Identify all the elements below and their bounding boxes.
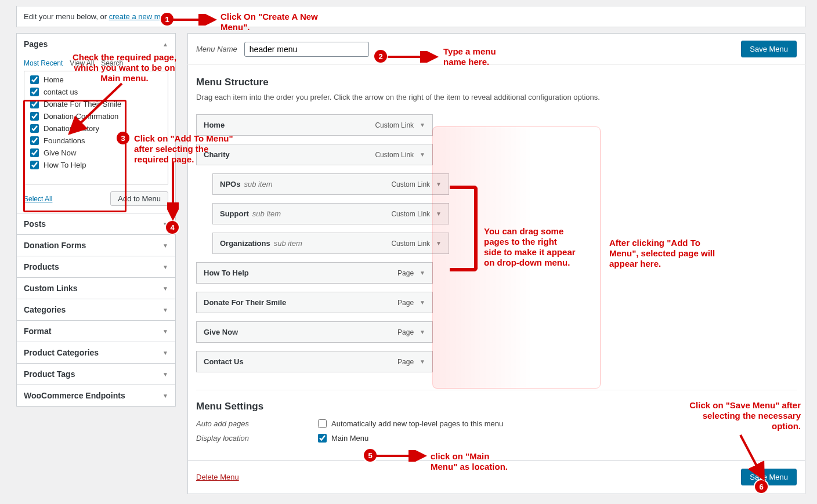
tab-search[interactable]: Search xyxy=(101,59,123,67)
menu-item-title: Support xyxy=(220,209,249,218)
page-checkbox-label: Home xyxy=(44,75,64,84)
sidebar-panel[interactable]: Donation Forms▼ xyxy=(16,234,176,256)
sidebar-panel-header[interactable]: Donation Forms▼ xyxy=(17,235,175,256)
menu-structure-body: Menu Structure Drag each item into the o… xyxy=(187,65,805,461)
save-menu-button-top[interactable]: Save Menu xyxy=(741,41,797,57)
menu-item-title: NPOs xyxy=(220,180,240,188)
main-menu-checkbox[interactable] xyxy=(318,434,327,443)
tab-view-all[interactable]: View All xyxy=(70,59,94,67)
page-checkbox-label: contact us xyxy=(44,88,78,96)
sidebar-panel-title: Format xyxy=(24,327,51,336)
menu-item-type: Page xyxy=(397,299,414,307)
menu-item[interactable]: Organizationssub itemCustom Link▼ xyxy=(212,233,449,254)
caret-down-icon: ▼ xyxy=(162,221,168,227)
menu-item[interactable]: How To HelpPage▼ xyxy=(196,262,433,284)
menu-item[interactable]: CharityCustom Link▼ xyxy=(196,144,433,165)
create-new-menu-link[interactable]: create a new menu xyxy=(109,12,173,21)
caret-down-icon: ▼ xyxy=(162,242,168,249)
menu-item-toggle-icon[interactable]: ▼ xyxy=(420,358,425,365)
sidebar-panel-header[interactable]: Custom Links▼ xyxy=(17,278,175,299)
menu-item[interactable]: Supportsub itemCustom Link▼ xyxy=(212,203,449,224)
page-checkbox-item[interactable]: Donation History xyxy=(24,122,168,135)
pages-list-actions: Select All Add to Menu xyxy=(24,191,168,206)
menu-item[interactable]: NPOssub itemCustom Link▼ xyxy=(212,173,449,195)
menu-item-toggle-icon[interactable]: ▼ xyxy=(436,240,442,246)
menu-item-title: How To Help xyxy=(204,269,249,277)
menu-name-input[interactable] xyxy=(244,42,369,57)
sidebar-panel[interactable]: Custom Links▼ xyxy=(16,277,176,299)
caret-down-icon: ▼ xyxy=(162,328,168,335)
page-checkbox-item[interactable]: Give Now xyxy=(24,147,168,159)
menu-item-toggle-icon[interactable]: ▼ xyxy=(436,181,442,187)
menu-item[interactable]: Give NowPage▼ xyxy=(196,321,433,343)
edit-menu-prefix: Edit your menu below, or xyxy=(24,12,109,21)
caret-down-icon: ▼ xyxy=(162,371,168,378)
save-menu-button-bottom[interactable]: Save Menu xyxy=(741,469,797,485)
sidebar-panel[interactable]: Posts▼ xyxy=(16,213,176,235)
menu-item[interactable]: Contact UsPage▼ xyxy=(196,351,433,372)
page-checkbox-item[interactable]: contact us xyxy=(24,86,168,98)
menu-item-type: Custom Link xyxy=(391,210,430,218)
sidebar-panel[interactable]: Product Categories▼ xyxy=(16,342,176,364)
menu-item-type: Page xyxy=(397,328,414,336)
page-checkbox-label: Donate For Their Smile xyxy=(44,100,121,108)
menu-item-toggle-icon[interactable]: ▼ xyxy=(420,299,425,306)
menu-item-toggle-icon[interactable]: ▼ xyxy=(420,122,425,128)
sidebar-panel-header[interactable]: Posts▼ xyxy=(17,213,175,234)
page-checkbox-item[interactable]: How To Help xyxy=(24,159,168,171)
display-location-text: Main Menu xyxy=(331,434,368,443)
menu-footer: Delete Menu Save Menu xyxy=(187,461,805,494)
menu-item[interactable]: Donate For Their SmilePage▼ xyxy=(196,292,433,313)
tab-most-recent[interactable]: Most Recent xyxy=(24,59,63,67)
page-checkbox-item[interactable]: Foundations xyxy=(24,135,168,147)
page-checkbox[interactable] xyxy=(30,88,39,96)
pages-accordion-header[interactable]: Pages ▲ xyxy=(17,34,175,55)
page-checkbox[interactable] xyxy=(30,75,39,84)
caret-down-icon: ▼ xyxy=(162,393,168,399)
page-checkbox-label: Give Now xyxy=(44,148,76,157)
sidebar-panel-title: Categories xyxy=(24,305,66,314)
page-checkbox[interactable] xyxy=(30,124,39,133)
page-checkbox[interactable] xyxy=(30,148,39,157)
sidebar-panel-header[interactable]: Product Categories▼ xyxy=(17,342,175,363)
menu-settings: Menu Settings Auto add pages Automatical… xyxy=(196,390,797,443)
sidebar-panel[interactable]: Format▼ xyxy=(16,320,176,342)
sidebar-panel-title: Products xyxy=(24,262,59,271)
sidebar-panel[interactable]: Product Tags▼ xyxy=(16,363,176,385)
menu-structure-desc: Drag each item into the order you prefer… xyxy=(196,93,797,101)
menu-item-title: Organizations xyxy=(220,239,270,248)
page-checkbox-label: Donation Confirmation xyxy=(44,112,118,121)
menu-item-toggle-icon[interactable]: ▼ xyxy=(436,211,442,217)
menu-item-title: Donate For Their Smile xyxy=(204,298,286,307)
menu-item-toggle-icon[interactable]: ▼ xyxy=(420,151,425,158)
page-checkbox-item[interactable]: Donate For Their Smile xyxy=(24,98,168,110)
page-checkbox[interactable] xyxy=(30,112,39,121)
page-checkbox[interactable] xyxy=(30,136,39,145)
page-checkbox-item[interactable]: Donation Confirmation xyxy=(24,110,168,122)
pages-list[interactable]: Homecontact usDonate For Their SmileDona… xyxy=(24,71,168,184)
page-checkbox[interactable] xyxy=(30,161,39,169)
menu-item-sub-label: sub item xyxy=(252,209,281,218)
sidebar-panel-title: Product Tags xyxy=(24,369,75,379)
edit-menu-suffix: . xyxy=(173,12,175,21)
delete-menu-link[interactable]: Delete Menu xyxy=(196,473,239,481)
sidebar-panel-title: Product Categories xyxy=(24,348,99,357)
menu-item-toggle-icon[interactable]: ▼ xyxy=(420,329,425,335)
sidebar-panel-header[interactable]: Products▼ xyxy=(17,256,175,277)
page-checkbox[interactable] xyxy=(30,100,39,108)
page-checkbox-item[interactable]: Home xyxy=(24,74,168,86)
auto-add-checkbox[interactable] xyxy=(318,419,327,428)
sidebar-panel[interactable]: Products▼ xyxy=(16,256,176,278)
select-all-link[interactable]: Select All xyxy=(24,195,52,203)
sidebar-panel-header[interactable]: Product Tags▼ xyxy=(17,364,175,385)
add-to-menu-button[interactable]: Add to Menu xyxy=(110,191,168,206)
sidebar-panel-header[interactable]: Categories▼ xyxy=(17,299,175,320)
pages-accordion[interactable]: Pages ▲ Most Recent View All Search Home… xyxy=(16,33,176,213)
sidebar-panel[interactable]: Categories▼ xyxy=(16,299,176,321)
menu-name-row: Menu Name Save Menu xyxy=(187,33,805,65)
menu-item-toggle-icon[interactable]: ▼ xyxy=(420,270,425,276)
menu-item[interactable]: HomeCustom Link▼ xyxy=(196,114,433,136)
sidebar-panel-header[interactable]: Format▼ xyxy=(17,321,175,342)
sidebar-panel[interactable]: WooCommerce Endpoints▼ xyxy=(16,385,176,407)
sidebar-panel-header[interactable]: WooCommerce Endpoints▼ xyxy=(17,385,175,406)
